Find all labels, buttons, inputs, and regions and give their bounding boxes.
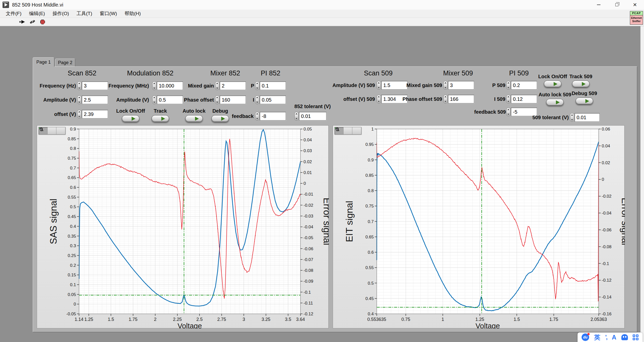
toggle-autolock852[interactable]	[185, 115, 203, 122]
increment-icon[interactable]	[571, 114, 573, 116]
svg-text:0.55: 0.55	[365, 265, 374, 270]
toggle-arrow-icon	[161, 117, 165, 121]
label-lock509: Lock On/Off	[538, 74, 567, 79]
eit-graph-pan-tool-button[interactable]	[352, 127, 361, 134]
toggle-arrow-icon	[585, 99, 589, 103]
increment-icon[interactable]	[256, 82, 258, 84]
svg-text:-0.01: -0.01	[304, 192, 313, 197]
decrement-icon[interactable]	[256, 118, 258, 119]
spinner-p509[interactable]	[506, 81, 510, 90]
toggle-track852[interactable]	[151, 115, 169, 122]
svg-text:0.8: 0.8	[368, 188, 374, 193]
increment-icon[interactable]	[256, 113, 258, 114]
svg-text:-0.02: -0.02	[304, 203, 313, 208]
svg-text:0.35: 0.35	[68, 234, 76, 239]
svg-text:0.4: 0.4	[70, 224, 76, 229]
input-o852[interactable]: 2.39	[82, 110, 108, 118]
toggle-arrow-icon	[132, 117, 135, 121]
svg-text:-0.05: -0.05	[304, 235, 313, 240]
svg-text:-0.12: -0.12	[304, 312, 313, 316]
input-tol852[interactable]: 0.01	[299, 112, 326, 120]
eit-graph-x-axis-label: Voltage	[476, 322, 500, 329]
decrement-icon[interactable]	[256, 88, 258, 89]
input-tol509[interactable]: 0.01	[575, 113, 600, 122]
svg-text:0.1: 0.1	[70, 282, 76, 287]
svg-text:1.5: 1.5	[108, 317, 114, 322]
increment-icon[interactable]	[507, 96, 509, 97]
label-f852: Frequency (Hz)	[1, 81, 76, 90]
input-i852[interactable]: 0.05	[260, 96, 286, 104]
svg-text:-0.04: -0.04	[602, 211, 612, 216]
decrement-icon[interactable]	[507, 101, 509, 102]
toggle-lock852[interactable]	[122, 115, 139, 122]
eit-graph-zoom-tool-button[interactable]	[344, 127, 352, 134]
svg-text:0.65: 0.65	[68, 175, 76, 180]
svg-text:-0.07: -0.07	[304, 257, 313, 262]
sas-graph-plot[interactable]: -0.0500.050.10.150.20.250.30.350.40.450.…	[37, 125, 329, 329]
eit-graph-right-axis-label: Error signal	[620, 198, 625, 245]
spinner-o852[interactable]	[77, 110, 81, 118]
label-lock852: Lock On/Off	[116, 108, 145, 114]
sas-graph-pan-tool-button[interactable]	[56, 127, 65, 134]
label-tol852: 852 tolerant (V)	[294, 104, 331, 109]
increment-icon[interactable]	[256, 97, 258, 98]
input-p852[interactable]: 0.1	[260, 81, 286, 90]
spinner-tol852[interactable]	[294, 112, 298, 120]
svg-text:-0.06: -0.06	[602, 228, 612, 232]
section-header-pi-509: PI 509	[509, 69, 529, 77]
input-fb852[interactable]: -8	[260, 112, 286, 120]
decrement-icon[interactable]	[256, 102, 258, 103]
svg-text:0.8: 0.8	[70, 146, 76, 151]
increment-icon[interactable]	[507, 109, 509, 110]
svg-text:2.25: 2.25	[173, 317, 182, 322]
svg-text:0.7: 0.7	[368, 219, 374, 224]
toggle-arrow-icon	[556, 100, 560, 104]
increment-icon[interactable]	[295, 113, 297, 114]
increment-icon[interactable]	[507, 82, 509, 83]
svg-text:-0.04: -0.04	[304, 225, 313, 229]
svg-text:0.553635: 0.553635	[367, 317, 386, 322]
decrement-icon[interactable]	[78, 116, 80, 117]
svg-text:-0.02: -0.02	[602, 194, 612, 199]
label-debug509: Debug 509	[572, 91, 597, 96]
svg-text:0.15: 0.15	[68, 273, 76, 277]
toggle-track509[interactable]	[572, 80, 590, 87]
svg-text:0.03: 0.03	[304, 148, 312, 153]
eit-graph: 0.40.450.50.550.60.650.70.750.80.850.90.…	[333, 125, 625, 328]
input-i509[interactable]: 0.12	[511, 95, 537, 103]
toggle-debug852[interactable]	[211, 115, 229, 122]
sas-graph-zoom-tool-button[interactable]	[48, 127, 56, 134]
label-track852: Track	[154, 108, 167, 114]
decrement-icon[interactable]	[571, 119, 573, 121]
svg-text:0.5: 0.5	[368, 281, 374, 286]
section-header-scan-509: Scan 509	[364, 69, 393, 77]
decrement-icon[interactable]	[295, 118, 297, 119]
spinner-i852[interactable]	[255, 96, 259, 104]
sas-graph: -0.0500.050.10.150.20.250.30.350.40.450.…	[37, 125, 329, 328]
sas-graph-right-axis-label: Error signal	[322, 198, 329, 245]
spinner-tol509[interactable]	[570, 113, 574, 122]
spinner-p852[interactable]	[255, 81, 259, 90]
svg-text:3.5: 3.5	[285, 317, 291, 322]
toggle-debug509[interactable]	[576, 98, 593, 104]
label-debug852: Debug	[212, 108, 228, 114]
input-p509[interactable]: 0.2	[511, 81, 537, 90]
decrement-icon[interactable]	[507, 87, 509, 89]
svg-text:-0.06: -0.06	[304, 246, 313, 251]
svg-text:0.04: 0.04	[602, 144, 610, 148]
label-p852: P	[179, 81, 254, 90]
eit-graph-plot[interactable]: 0.40.450.50.550.60.650.70.750.80.850.90.…	[333, 125, 625, 329]
svg-text:-0.11: -0.11	[304, 301, 313, 306]
svg-text:0.5: 0.5	[70, 204, 76, 209]
svg-text:0.25: 0.25	[68, 253, 76, 258]
spinner-fb852[interactable]	[255, 112, 259, 120]
svg-text:-0.12: -0.12	[602, 278, 612, 283]
labview-window: 852 509 Host Middle.vi ✕ 文件(F)编辑(E)操作(O)…	[0, 0, 644, 342]
toggle-lock509[interactable]	[544, 80, 561, 87]
increment-icon[interactable]	[78, 111, 80, 112]
spinner-i509[interactable]	[506, 95, 510, 103]
svg-text:-0.08: -0.08	[602, 244, 612, 249]
label-a509: Amplitude (V) 509	[299, 81, 375, 90]
toggle-autolock509[interactable]	[546, 99, 564, 106]
svg-text:1: 1	[371, 127, 374, 132]
